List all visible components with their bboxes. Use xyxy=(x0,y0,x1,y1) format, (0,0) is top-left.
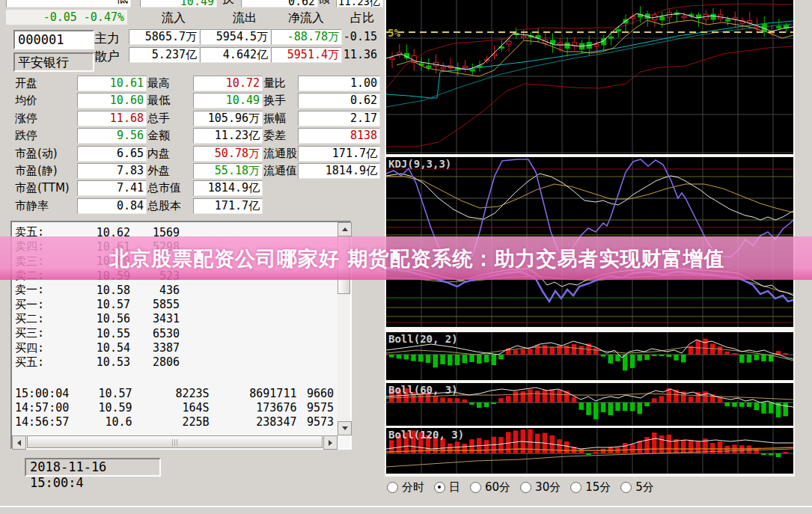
stat-value: 1.00 xyxy=(298,76,380,91)
stat-label: 流通值 xyxy=(263,164,297,178)
stat-label: 总市值 xyxy=(147,181,181,195)
stat-value: 0.62 xyxy=(298,93,380,108)
flow-header-in: 流入 xyxy=(120,10,186,25)
stock-name-box[interactable]: 平安银行 xyxy=(13,52,94,72)
period-tab-label: 15分 xyxy=(585,480,611,495)
arrow-left-icon xyxy=(17,440,21,446)
list-cell: 2806 xyxy=(130,355,180,369)
arrow-down-icon xyxy=(342,426,348,430)
tick-row[interactable]: 15:00:0410.578223S86917119660 xyxy=(15,386,334,400)
stat-label: 外盘 xyxy=(147,164,170,178)
radio-icon[interactable] xyxy=(570,482,581,493)
stat-value: 6.65 xyxy=(77,146,147,162)
list-cell: 10.55 xyxy=(58,327,130,340)
list-cell: 9573 xyxy=(296,415,334,429)
scroll-up-button[interactable] xyxy=(338,222,352,236)
change-box: -0.05 -0.47% xyxy=(6,10,127,25)
stat-value: 8138 xyxy=(298,128,380,144)
ad-banner[interactable]: 北京股票配资公司哪家好 期货配资系统：助力交易者实现财富增值 xyxy=(0,236,812,280)
period-tab-label: 日 xyxy=(449,480,460,495)
period-tab-5分[interactable]: 5分 xyxy=(620,480,654,495)
change-pct: -0.47% xyxy=(84,10,124,24)
period-tab-15分[interactable]: 15分 xyxy=(570,480,611,495)
change-value: -0.05 xyxy=(43,10,77,24)
stat-label: 开盘 xyxy=(15,76,37,91)
low-value-box: 10.49 xyxy=(140,0,217,7)
list-cell: 8691711 xyxy=(210,387,297,400)
tick-row[interactable]: 14:56:5710.6225B2383479573 xyxy=(15,415,334,429)
stat-label: 振幅 xyxy=(263,111,286,126)
list-cell: 10.58 xyxy=(58,284,130,297)
horizontal-scroll-thumb[interactable] xyxy=(27,435,323,448)
flow-outflow-value: 4.642亿 xyxy=(200,47,271,63)
boll60-chart-panel[interactable]: Boll(60, 3) xyxy=(386,383,793,426)
stat-value: 10.72 xyxy=(193,76,263,91)
list-cell: 164S xyxy=(132,401,210,414)
stat-label: 市静率 xyxy=(15,199,49,213)
boll20-label: Boll(20, 2) xyxy=(388,333,458,345)
scroll-grip xyxy=(172,439,178,446)
list-cell: 436 xyxy=(130,284,180,297)
stat-label: 委差 xyxy=(263,129,286,143)
stat-value: 1814.9亿 xyxy=(298,163,380,179)
turnover-value-box: 0.62 xyxy=(241,0,318,7)
scroll-right-button[interactable] xyxy=(323,435,338,450)
boll20-chart-panel[interactable]: Boll(20, 2) xyxy=(386,332,793,380)
kline-chart-panel[interactable]: 5% xyxy=(386,0,793,154)
list-cell: 卖一: xyxy=(15,283,58,297)
amount-label: 额 xyxy=(318,0,330,6)
list-cell: 238347 xyxy=(210,415,297,429)
orderbook-row[interactable]: 买五:10.532806 xyxy=(15,355,334,370)
kline-pct-label: 5% xyxy=(388,27,400,39)
list-cell: 10.59 xyxy=(70,401,132,414)
stat-value: 9.56 xyxy=(77,128,147,144)
stat-value: 10.61 xyxy=(77,76,147,91)
list-cell: 买一: xyxy=(15,298,58,312)
stat-value: 55.18万 xyxy=(193,163,263,179)
boll120-chart-panel[interactable]: Boll(120, 3) xyxy=(386,428,793,474)
orderbook-row[interactable]: 买一:10.575855 xyxy=(15,297,334,311)
stat-label: 市盈(静) xyxy=(15,164,58,178)
period-tab-60分[interactable]: 60分 xyxy=(470,480,510,495)
period-tab-日[interactable]: 日 xyxy=(434,480,460,495)
stat-label: 跌停 xyxy=(15,129,37,143)
radio-icon[interactable] xyxy=(470,482,481,493)
flow-outflow-value: 5954.5万 xyxy=(200,29,271,45)
stock-code-input[interactable] xyxy=(13,30,94,49)
orderbook-row[interactable]: 买四:10.543387 xyxy=(15,340,334,355)
list-cell: 10.54 xyxy=(58,341,130,355)
stat-value: 10.60 xyxy=(77,93,147,108)
list-cell: 225B xyxy=(132,415,210,429)
stat-label: 市盈(TTM) xyxy=(15,181,70,195)
radio-icon[interactable] xyxy=(387,482,398,493)
tick-row[interactable]: 14:57:0010.59164S1736769575 xyxy=(15,400,334,414)
ad-banner-text: 北京股票配资公司哪家好 期货配资系统：助力交易者实现财富增值 xyxy=(109,245,724,272)
flow-row-label: 散户 xyxy=(94,48,120,65)
flow-header-out: 流出 xyxy=(191,10,257,25)
period-tab-label: 5分 xyxy=(635,480,654,495)
stat-value: 171.7亿 xyxy=(193,198,263,214)
period-tab-label: 分时 xyxy=(402,480,424,495)
scroll-left-button[interactable] xyxy=(12,435,26,450)
orderbook-row[interactable]: 卖一:10.58436 xyxy=(15,283,334,297)
stat-value: 11.23亿 xyxy=(193,128,263,144)
horizontal-scrollbar[interactable] xyxy=(12,435,338,448)
stat-value: 2.17 xyxy=(298,111,380,126)
flow-ratio-value: -0.15 xyxy=(323,29,377,45)
orderbook-row[interactable]: 买二:10.563431 xyxy=(15,312,334,326)
stock-trading-window: 低 10.49 换 0.62 额 11.23亿 -0.05 -0.47% 流入 … xyxy=(0,0,812,514)
bottom-divider xyxy=(0,506,812,507)
radio-icon[interactable] xyxy=(620,482,632,493)
arrow-right-icon xyxy=(329,440,332,446)
orderbook-row[interactable]: 买三:10.556530 xyxy=(15,326,334,340)
radio-icon[interactable] xyxy=(434,482,445,493)
list-cell: 3431 xyxy=(130,312,180,325)
radio-icon[interactable] xyxy=(520,482,531,493)
list-spacer[interactable] xyxy=(15,370,334,386)
stat-value: 171.7亿 xyxy=(298,146,380,162)
scroll-down-button[interactable] xyxy=(338,421,352,435)
period-tab-30分[interactable]: 30分 xyxy=(520,480,561,495)
period-tab-label: 60分 xyxy=(485,480,510,495)
stat-label: 最高 xyxy=(147,76,170,91)
period-tab-分时[interactable]: 分时 xyxy=(387,480,424,495)
